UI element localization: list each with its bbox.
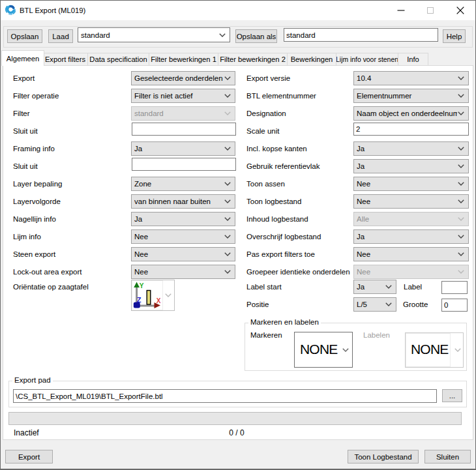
svg-text:X: X bbox=[156, 297, 161, 304]
svg-text:Y: Y bbox=[140, 282, 144, 289]
